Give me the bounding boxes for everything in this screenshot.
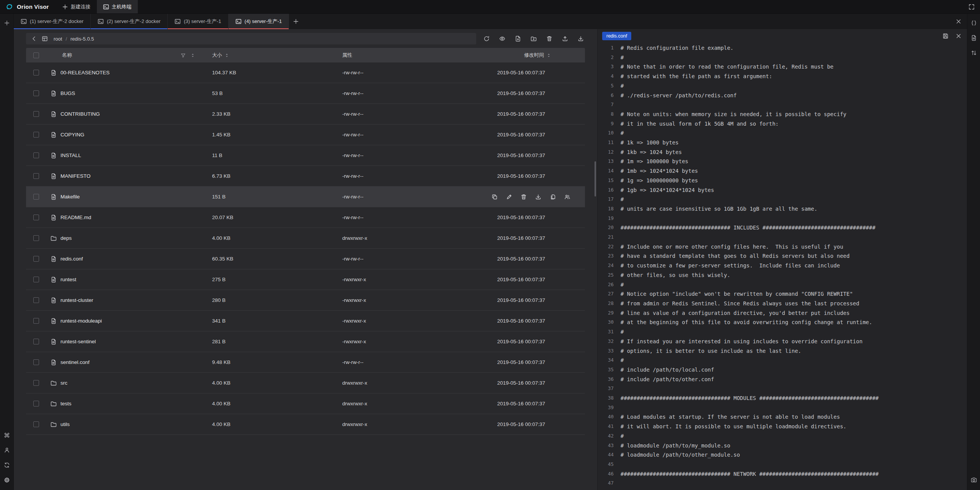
file-row[interactable]: runtest-sentinel 281 B -rwxrwxr-x 2019-0… xyxy=(26,331,585,352)
file-row[interactable]: runtest-moduleapi 341 B -rwxrwxr-x 2019-… xyxy=(26,311,585,331)
row-checkbox[interactable] xyxy=(33,235,39,241)
file-size: 151 B xyxy=(203,194,333,200)
row-name-cell[interactable]: runtest-sentinel xyxy=(46,339,203,345)
row-name-cell[interactable]: BUGS xyxy=(46,90,203,97)
row-name-cell[interactable]: CONTRIBUTING xyxy=(46,111,203,117)
new-file-button[interactable] xyxy=(514,35,521,42)
upload-button[interactable] xyxy=(562,35,568,42)
row-checkbox[interactable] xyxy=(33,173,39,179)
file-row[interactable]: 00-RELEASENOTES 104.37 KB -rw-rw-r-- 201… xyxy=(26,62,585,83)
file-row[interactable]: sentinel.conf 9.48 KB -rw-rw-r-- 2019-05… xyxy=(26,352,585,373)
file-row[interactable]: utils 4.00 KB drwxrwxr-x 2019-05-16 00:0… xyxy=(26,414,585,435)
preview-button[interactable] xyxy=(499,35,506,42)
terminal-tab-4[interactable]: (4) server-生产-1 xyxy=(229,14,289,29)
save-button[interactable] xyxy=(942,32,949,40)
file-row[interactable]: COPYING 1.45 KB -rw-rw-r-- 2019-05-16 00… xyxy=(26,125,585,145)
file-row[interactable]: Makefile 151 B -rw-rw-r-- xyxy=(26,187,585,207)
file-row[interactable]: INSTALL 11 B -rw-rw-r-- 2019-05-16 00:07… xyxy=(26,145,585,166)
row-checkbox[interactable] xyxy=(33,421,39,427)
row-name-cell[interactable]: deps xyxy=(46,235,203,241)
delete-button[interactable] xyxy=(546,35,553,42)
row-name-cell[interactable]: runtest-cluster xyxy=(46,297,203,303)
sort-icon[interactable] xyxy=(190,53,195,58)
breadcrumb-segment-current[interactable]: redis-5.0.5 xyxy=(70,36,94,42)
download-button[interactable] xyxy=(535,193,541,200)
command-snippets-button[interactable] xyxy=(2,431,11,440)
row-name-cell[interactable]: MANIFESTO xyxy=(46,173,203,179)
screenshot-button[interactable] xyxy=(969,475,978,485)
row-name-cell[interactable]: Makefile xyxy=(46,194,203,200)
transfer-list-button[interactable] xyxy=(969,48,978,57)
row-checkbox[interactable] xyxy=(33,90,39,96)
terminal-tab-1[interactable]: (1) server-生产-2 docker xyxy=(14,14,91,29)
row-name-cell[interactable]: tests xyxy=(46,401,203,407)
user-info-button[interactable] xyxy=(2,446,11,455)
new-connection-button[interactable]: 新建连接 xyxy=(56,0,97,13)
row-checkbox[interactable] xyxy=(33,152,39,158)
row-checkbox[interactable] xyxy=(33,339,39,344)
row-name-cell[interactable]: redis.conf xyxy=(46,256,203,262)
fullscreen-button[interactable] xyxy=(967,2,976,11)
row-checkbox[interactable] xyxy=(33,132,39,138)
download-button[interactable] xyxy=(577,35,584,42)
row-checkbox[interactable] xyxy=(33,297,39,303)
new-folder-button[interactable] xyxy=(530,35,537,42)
new-tab-button[interactable] xyxy=(289,14,303,29)
select-all-checkbox[interactable] xyxy=(33,52,39,58)
file-row[interactable]: redis.conf 60.35 KB -rw-rw-r-- 2019-05-1… xyxy=(26,249,585,269)
sort-icon[interactable] xyxy=(224,53,229,58)
row-checkbox[interactable] xyxy=(33,215,39,220)
row-checkbox[interactable] xyxy=(33,256,39,262)
file-row[interactable]: runtest 275 B -rwxrwxr-x 2019-05-16 00:0… xyxy=(26,269,585,290)
file-row[interactable]: runtest-cluster 280 B -rwxrwxr-x 2019-05… xyxy=(26,290,585,311)
row-name-cell[interactable]: INSTALL xyxy=(46,152,203,159)
row-name-cell[interactable]: README.md xyxy=(46,215,203,221)
file-row[interactable]: MANIFESTO 6.73 KB -rw-rw-r-- 2019-05-16 … xyxy=(26,166,585,187)
back-button[interactable] xyxy=(29,34,39,44)
refresh-button[interactable] xyxy=(483,35,490,42)
row-checkbox[interactable] xyxy=(33,318,39,324)
permissions-button[interactable] xyxy=(564,193,570,200)
terminal-tab-2[interactable]: (2) server-生产-2 docker xyxy=(91,14,168,29)
close-editor-button[interactable] xyxy=(955,32,962,40)
filter-icon[interactable] xyxy=(181,53,186,58)
editor-file-tab[interactable]: redis.conf xyxy=(602,32,631,40)
file-row[interactable]: tests 4.00 KB drwxrwxr-x 2019-05-16 00:0… xyxy=(26,393,585,414)
host-terminal-tab[interactable]: 主机终端 xyxy=(97,0,138,13)
file-manager-button[interactable] xyxy=(969,33,978,43)
breadcrumb-segment-root[interactable]: root xyxy=(54,36,62,42)
view-mode-button[interactable] xyxy=(40,34,50,44)
row-name-cell[interactable]: 00-RELEASENOTES xyxy=(46,70,203,76)
row-checkbox[interactable] xyxy=(33,277,39,282)
settings-button[interactable] xyxy=(2,475,11,485)
row-checkbox[interactable] xyxy=(33,380,39,386)
row-name-cell[interactable]: utils xyxy=(46,421,203,428)
file-list-scrollbar[interactable] xyxy=(595,161,596,197)
copy-button[interactable] xyxy=(491,193,498,200)
sync-status-button[interactable] xyxy=(2,461,11,470)
row-checkbox[interactable] xyxy=(33,359,39,365)
row-name-cell[interactable]: sentinel.conf xyxy=(46,359,203,365)
row-checkbox[interactable] xyxy=(33,194,39,200)
new-connection-button[interactable] xyxy=(2,18,11,28)
close-panel-button[interactable] xyxy=(954,17,963,26)
delete-button[interactable] xyxy=(520,193,527,200)
row-name-cell[interactable]: runtest-moduleapi xyxy=(46,318,203,324)
editor-body[interactable]: 1# Redis configuration file example.2#3#… xyxy=(598,43,967,490)
file-row[interactable]: src 4.00 KB drwxrwxr-x 2019-05-16 00:07:… xyxy=(26,373,585,393)
row-checkbox[interactable] xyxy=(33,111,39,117)
row-name-cell[interactable]: COPYING xyxy=(46,132,203,138)
edit-button[interactable] xyxy=(506,193,512,200)
file-row[interactable]: README.md 20.07 KB -rw-rw-r-- 2019-05-16… xyxy=(26,207,585,228)
file-row[interactable]: CONTRIBUTING 2.33 KB -rw-rw-r-- 2019-05-… xyxy=(26,104,585,125)
row-checkbox[interactable] xyxy=(33,401,39,406)
file-row[interactable]: deps 4.00 KB drwxrwxr-x 2019-05-16 00:07… xyxy=(26,228,585,249)
row-name-cell[interactable]: src xyxy=(46,380,203,386)
file-row[interactable]: BUGS 53 B -rw-rw-r-- 2019-05-16 00:07:37 xyxy=(26,83,585,104)
terminal-config-button[interactable] xyxy=(969,18,978,28)
terminal-tab-3[interactable]: (3) server-生产-1 xyxy=(168,14,229,29)
duplicate-button[interactable] xyxy=(549,193,556,200)
sort-icon[interactable] xyxy=(546,53,551,58)
row-name-cell[interactable]: runtest xyxy=(46,277,203,283)
row-checkbox[interactable] xyxy=(33,70,39,75)
